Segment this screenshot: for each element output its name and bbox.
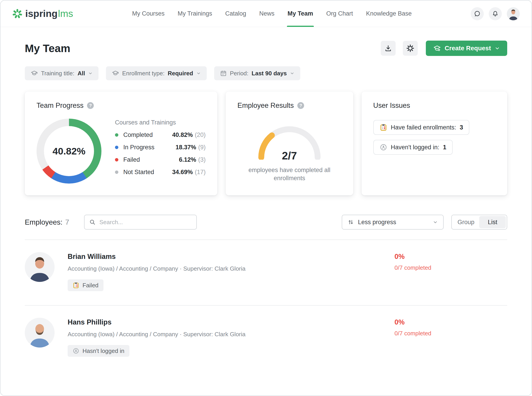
gear-icon [406,44,415,52]
nav-icons [471,7,520,20]
card-title: User Issues [373,101,410,110]
not-logged-in-badge: Hasn't logged in [68,345,129,357]
bell-icon [492,10,499,17]
create-request-button[interactable]: Create Request [426,41,507,56]
filter-enrollment-type[interactable]: Enrollment type: Required [106,66,207,80]
user-issues-card: User Issues Have failed enrollments: [362,92,507,195]
chevron-down-icon [88,71,93,76]
employee-name[interactable]: Hans Phillips [68,318,245,326]
card-title: Employee Results [237,101,294,110]
card-title: Team Progress [36,101,83,110]
nav-news[interactable]: News [253,0,281,27]
employee-avatar-image [25,318,55,348]
top-nav: ispringlms My Courses My Trainings Catal… [0,0,532,27]
filter-bar: Training title: All Enrollment type: Req… [25,66,507,80]
graduation-cap-icon [31,70,38,77]
view-list-button[interactable]: List [479,216,506,228]
messages-button[interactable] [471,7,484,20]
progress-percent: 0% [394,253,507,261]
progress-detail: 0/7 completed [394,264,507,271]
legend-item-not-started: Not Started 34.69% (17) [115,169,206,176]
calendar-icon [220,70,227,77]
download-button[interactable] [381,41,396,56]
help-icon[interactable]: ? [297,102,304,109]
nav-my-team[interactable]: My Team [281,0,320,27]
page-content: My Team [0,41,532,371]
clipboard-failed-icon [380,124,387,131]
employee-meta: Accounting (Iowa) / Accounting / Company… [68,265,245,272]
nav-knowledge-base[interactable]: Knowledge Base [359,0,418,27]
employee-progress: 0% 0/7 completed [394,252,507,291]
donut-center-value: 40.82% [36,119,101,184]
user-avatar[interactable] [507,7,520,20]
progress-percent: 0% [394,318,507,326]
brand-logo[interactable]: ispringlms [12,8,73,19]
filter-value: Last 90 days [252,70,287,77]
notifications-button[interactable] [489,7,502,20]
filter-label: Enrollment type: [122,70,165,77]
view-group-button[interactable]: Group [453,216,479,228]
employees-header: Employees: 7 Less progress Group [25,215,507,230]
filter-value: Required [168,70,193,77]
graduation-cap-plus-icon [433,44,441,52]
chevron-down-icon [290,71,295,76]
legend-title: Courses and Trainings [115,119,206,126]
brand-name: ispring [25,8,58,19]
sort-arrows-icon [348,219,354,225]
in-progress-dot-icon [115,146,118,149]
nav-org-chart[interactable]: Org Chart [320,0,359,27]
page-actions: Create Request [381,41,507,56]
not-started-dot-icon [115,170,118,174]
help-icon[interactable]: ? [87,102,94,109]
person-circle-icon [380,143,387,151]
sort-dropdown[interactable]: Less progress [342,215,444,230]
completed-dot-icon [115,133,118,137]
not-logged-in-chip[interactable]: Haven't logged in: 1 [373,140,453,155]
employees-label: Employees: [25,218,63,227]
failed-badge: Failed [68,280,104,291]
clipboard-failed-icon [73,282,79,289]
graduation-cap-icon [112,70,119,77]
legend-item-completed: Completed 40.82% (20) [115,131,206,139]
gauge-value: 2/7 [256,150,323,162]
ispring-flower-icon [12,9,23,19]
filter-training-title[interactable]: Training title: All [25,66,98,80]
sort-label: Less progress [358,219,396,226]
employee-results-card: Employee Results ? 2/7 employees have co… [226,92,353,195]
chevron-down-icon [433,220,438,225]
download-icon [384,44,392,52]
chevron-down-icon [196,71,201,76]
employee-row-hans-phillips[interactable]: Hans Phillips Accounting (Iowa) / Accoun… [25,305,507,371]
filter-label: Period: [230,70,249,77]
search-box[interactable] [84,215,197,230]
gauge-caption: employees have completed all enrollments [241,166,338,182]
employee-name[interactable]: Brian Williams [68,253,245,261]
team-progress-donut: 40.82% [36,119,101,184]
chevron-down-icon [495,46,500,51]
filter-label: Training title: [41,70,74,77]
employee-avatar-image [25,252,55,282]
settings-button[interactable] [403,41,418,56]
search-input[interactable] [99,219,192,226]
filter-value: All [78,70,85,77]
chat-icon [474,10,481,17]
legend-item-in-progress: In Progress 18.37% (9) [115,144,206,151]
summary-cards: Team Progress ? 40.82% Courses and Train… [25,92,507,195]
employee-progress: 0% 0/7 completed [394,318,507,357]
failed-dot-icon [115,158,118,162]
employee-row-brian-williams[interactable]: Brian Williams Accounting (Iowa) / Accou… [25,239,507,305]
employees-count: 7 [65,218,69,227]
filter-period[interactable]: Period: Last 90 days [214,66,300,80]
nav-my-trainings[interactable]: My Trainings [171,0,219,27]
progress-detail: 0/7 completed [394,330,507,337]
employee-results-gauge: 2/7 [256,124,323,160]
nav-catalog[interactable]: Catalog [219,0,253,27]
app-window: ispringlms My Courses My Trainings Catal… [0,0,532,396]
team-progress-card: Team Progress ? 40.82% Courses and Train… [25,92,217,195]
employee-avatar [25,252,55,282]
view-toggle: Group List [451,215,507,230]
employee-list: Brian Williams Accounting (Iowa) / Accou… [25,239,507,371]
nav-my-courses[interactable]: My Courses [126,0,171,27]
failed-enrollments-chip[interactable]: Have failed enrollments: 3 [373,120,469,135]
person-circle-icon [73,348,79,354]
